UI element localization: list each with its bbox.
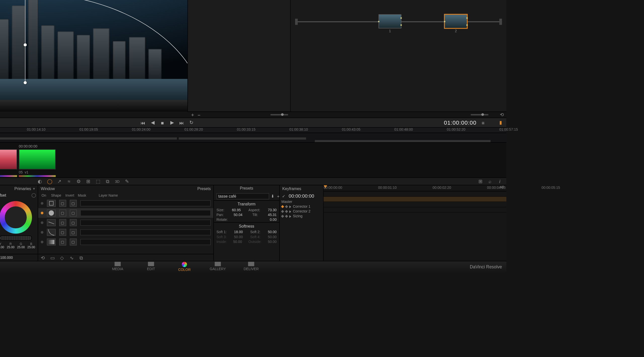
wheel-control[interactable] bbox=[0, 201, 32, 234]
invert-toggle[interactable]: ▢ bbox=[59, 238, 66, 245]
invert-toggle[interactable]: ▢ bbox=[59, 219, 66, 226]
win-rect-icon[interactable]: ▭ bbox=[50, 255, 56, 260]
clip-v2-2[interactable] bbox=[179, 137, 306, 140]
window-icon[interactable]: ◯ bbox=[47, 178, 53, 184]
stereo-icon[interactable]: ⬚ bbox=[95, 178, 101, 184]
nodes-panel[interactable]: 1 2 bbox=[291, 0, 506, 112]
timeline-ruler[interactable]: 01:00:00:0001:00:04:2001:00:09:1501:00:1… bbox=[0, 127, 506, 133]
timeline-tracks[interactable]: V3 V2 V1 bbox=[0, 132, 506, 142]
window-row-gradient[interactable]: ▢▢ bbox=[38, 237, 214, 247]
slate-icon[interactable]: ▮ bbox=[498, 120, 504, 126]
window-row-line[interactable]: ▢▢ bbox=[38, 218, 214, 227]
qualifier-icon[interactable]: ◐ bbox=[37, 178, 43, 184]
brush-icon[interactable]: ✎ bbox=[124, 178, 130, 184]
page-media[interactable]: MEDIA bbox=[107, 262, 128, 272]
layer-name-input[interactable] bbox=[80, 200, 211, 206]
win-curve-icon[interactable]: ∿ bbox=[70, 255, 75, 260]
mask-toggle[interactable]: ▢ bbox=[70, 238, 77, 245]
nodes-reset-icon[interactable]: ⟲ bbox=[500, 112, 504, 118]
kf-track-master[interactable] bbox=[324, 191, 506, 197]
wheels-mode[interactable]: Primaries bbox=[14, 187, 31, 191]
info-icon[interactable]: i bbox=[497, 178, 503, 184]
kf-track-corrector2[interactable] bbox=[324, 202, 506, 207]
soft1-value[interactable]: 18.00 bbox=[234, 230, 243, 234]
window-row-rect[interactable]: ▢▢ bbox=[38, 198, 214, 208]
prev-frame-icon[interactable]: ◀ bbox=[150, 120, 156, 126]
kf-track-sizing[interactable] bbox=[324, 207, 506, 212]
pan-value[interactable]: 50.04 bbox=[234, 213, 243, 217]
col-on: On bbox=[41, 193, 47, 197]
window-row-circle[interactable]: ▢▢ bbox=[38, 208, 214, 218]
ruler-tick: 01:00:48:00 bbox=[394, 128, 413, 132]
inside-value: 50.00 bbox=[233, 240, 242, 244]
kf-item-corrector-2[interactable]: Corrector 2 bbox=[280, 209, 323, 214]
viewer[interactable] bbox=[0, 0, 187, 112]
wheel-offset[interactable]: OffsetY25.00R25.00G25.00B25.00 bbox=[0, 192, 38, 254]
page-color[interactable]: COLOR bbox=[174, 262, 194, 272]
mask-toggle[interactable]: ▢ bbox=[70, 229, 77, 236]
lummix-value[interactable]: 100.000 bbox=[0, 256, 13, 260]
key-icon[interactable]: ⚙ bbox=[75, 178, 82, 184]
tilt-label: Tilt: bbox=[252, 213, 258, 217]
invert-toggle[interactable]: ▢ bbox=[59, 229, 66, 236]
tracker-icon[interactable]: ↗ bbox=[56, 178, 62, 184]
clip-thumb-04[interactable]: 00:00:00:0004 v2 bbox=[0, 145, 17, 177]
clip-thumb-05[interactable]: 00:00:00:0005 v1 bbox=[19, 145, 56, 177]
preset-name-input[interactable] bbox=[216, 193, 269, 199]
3d-icon[interactable]: 3D bbox=[114, 178, 120, 184]
node-2-label: 2 bbox=[445, 29, 467, 33]
timecode-menu-icon[interactable]: ≡ bbox=[480, 120, 486, 126]
kf-item-corrector-1[interactable]: Corrector 1 bbox=[280, 204, 323, 209]
win-copy-icon[interactable]: ⧉ bbox=[79, 255, 85, 260]
presets-section-label: Presets bbox=[214, 185, 279, 192]
node-1[interactable]: 1 bbox=[379, 14, 401, 28]
next-frame-icon[interactable]: ⏭ bbox=[179, 120, 185, 126]
window-row-curve[interactable]: ▢▢ bbox=[38, 228, 214, 237]
mask-toggle[interactable]: ▢ bbox=[70, 219, 77, 226]
jog-control[interactable] bbox=[0, 235, 32, 241]
invert-toggle[interactable]: ▢ bbox=[59, 200, 66, 207]
mask-toggle[interactable]: ▢ bbox=[70, 209, 77, 217]
mask-toggle[interactable]: ▢ bbox=[70, 200, 77, 207]
tilt-value[interactable]: 45.31 bbox=[268, 213, 277, 217]
aspect-value[interactable]: 73.30 bbox=[268, 208, 277, 212]
size-value[interactable]: 60.95 bbox=[232, 208, 241, 212]
win-poly-icon[interactable]: ◇ bbox=[60, 255, 65, 260]
kf-item-sizing[interactable]: Sizing bbox=[280, 214, 323, 219]
col-shape: Shape bbox=[50, 193, 62, 197]
clip-strip: 00:00:00:0001 v100:00:00:0002 v200:00:00… bbox=[0, 142, 506, 177]
loop-icon[interactable]: ↻ bbox=[188, 120, 194, 126]
gallery-panel: ABCDEF Stills 1PowerGrade bbox=[187, 0, 291, 112]
first-frame-icon[interactable]: ⏮ bbox=[140, 120, 146, 126]
layer-name-input[interactable] bbox=[80, 220, 211, 226]
reset-icon[interactable] bbox=[31, 193, 36, 197]
clip-v2-1[interactable] bbox=[0, 137, 177, 140]
zoom-icon[interactable]: ⌕ bbox=[487, 178, 493, 184]
kf-item-master[interactable]: Master bbox=[280, 199, 323, 204]
page-deliver[interactable]: DELIVER bbox=[241, 262, 261, 272]
page-edit[interactable]: EDIT bbox=[141, 262, 161, 272]
win-reset-icon[interactable]: ⟲ bbox=[41, 255, 46, 260]
stop-icon[interactable]: ■ bbox=[159, 120, 165, 126]
layer-name-input[interactable] bbox=[80, 229, 211, 235]
presets-label[interactable]: Presets bbox=[197, 187, 211, 191]
clip-tc: 00:00:00:00 bbox=[0, 145, 17, 149]
clip-meta: 05 v1 bbox=[19, 169, 56, 174]
clip-v1-2[interactable] bbox=[315, 140, 491, 142]
gallery-remove-icon[interactable]: − bbox=[197, 112, 200, 117]
rotate-value[interactable]: 0.00 bbox=[270, 218, 276, 222]
blur-icon[interactable]: ≈ bbox=[66, 178, 72, 184]
sizing-icon[interactable]: ⊞ bbox=[85, 178, 91, 184]
data-burn-icon[interactable]: ⧉ bbox=[105, 178, 111, 184]
gallery-add-icon[interactable]: ＋ bbox=[190, 112, 195, 118]
layer-name-input[interactable] bbox=[80, 210, 211, 216]
play-icon[interactable]: ▶ bbox=[169, 120, 175, 126]
page-gallery[interactable]: GALLERY bbox=[208, 262, 228, 272]
invert-toggle[interactable]: ▢ bbox=[59, 209, 66, 217]
grid-icon[interactable]: ⊞ bbox=[477, 178, 484, 184]
kf-track-corrector1[interactable] bbox=[324, 197, 506, 202]
layer-name-input[interactable] bbox=[80, 239, 211, 245]
preset-save-icon[interactable]: ⬇ bbox=[271, 194, 274, 198]
node-2[interactable]: 2 bbox=[445, 14, 467, 28]
wheels-mode-menu-icon[interactable]: ▾ bbox=[31, 187, 35, 191]
